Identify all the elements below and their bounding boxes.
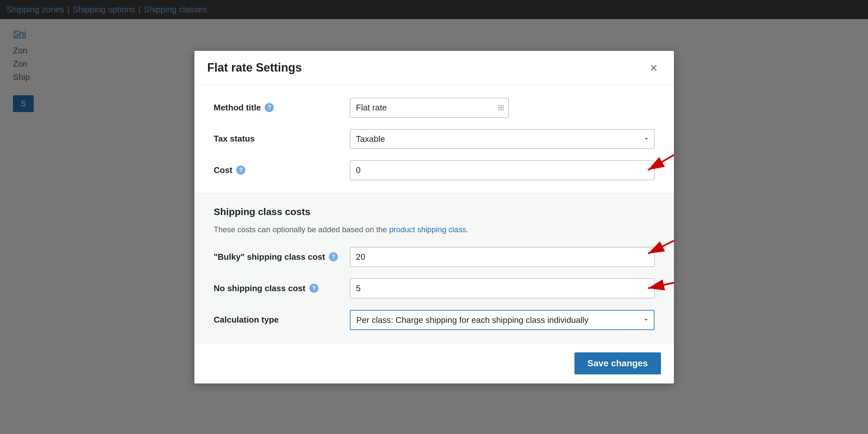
method-title-input-col: ⊞ xyxy=(350,98,509,118)
cost-help-icon[interactable]: ? xyxy=(236,165,245,175)
bulky-cost-input-col xyxy=(350,247,654,267)
modal-footer: Save changes xyxy=(194,343,674,383)
calculation-type-select[interactable]: Per class: Charge shipping for each ship… xyxy=(350,310,654,330)
calculation-type-label: Calculation type xyxy=(214,315,279,325)
no-class-cost-label-col: No shipping class cost ? xyxy=(214,283,350,293)
calculation-type-label-col: Calculation type xyxy=(214,315,350,325)
product-shipping-class-link[interactable]: product shipping class xyxy=(389,225,466,234)
cost-input-col xyxy=(350,160,654,180)
no-class-cost-input-col xyxy=(350,279,654,298)
calculation-type-row: Calculation type Per class: Charge shipp… xyxy=(214,310,654,330)
calculation-type-input-col: Per class: Charge shipping for each ship… xyxy=(350,310,654,330)
tax-status-label-col: Tax status xyxy=(214,134,350,144)
shipping-class-costs-section: Shipping class costs These costs can opt… xyxy=(194,193,674,343)
method-title-input-wrapper: ⊞ xyxy=(350,98,509,118)
bulky-cost-row: "Bulky" shipping class cost ? xyxy=(214,247,654,267)
method-title-input[interactable] xyxy=(350,98,509,118)
bulky-cost-label: "Bulky" shipping class cost xyxy=(214,252,325,262)
method-title-row: Method title ? ⊞ xyxy=(214,98,654,118)
bulky-cost-help-icon[interactable]: ? xyxy=(329,252,338,261)
bulky-cost-input[interactable] xyxy=(350,247,654,267)
no-class-cost-row: No shipping class cost ? xyxy=(214,279,654,298)
form-section-main: Method title ? ⊞ Tax status xyxy=(194,85,674,193)
cost-label: Cost xyxy=(214,165,232,175)
modal-title: Flat rate Settings xyxy=(207,61,302,74)
modal-overlay: Flat rate Settings × Method title ? ⊞ xyxy=(0,0,868,434)
method-title-icon: ⊞ xyxy=(498,103,504,112)
tax-status-input-col: Taxable None xyxy=(350,129,654,149)
method-title-help-icon[interactable]: ? xyxy=(265,103,274,112)
modal-body: Method title ? ⊞ Tax status xyxy=(194,85,674,343)
bulky-cost-label-col: "Bulky" shipping class cost ? xyxy=(214,252,350,262)
tax-status-row: Tax status Taxable None xyxy=(214,129,654,149)
section-desc-suffix: . xyxy=(466,225,468,234)
cost-label-col: Cost ? xyxy=(214,165,350,175)
modal-close-button[interactable]: × xyxy=(647,60,661,75)
no-class-cost-input[interactable] xyxy=(350,279,654,298)
tax-status-label: Tax status xyxy=(214,134,255,144)
shipping-class-costs-desc: These costs can optionally be added base… xyxy=(214,224,654,236)
method-title-label: Method title xyxy=(214,103,261,113)
shipping-class-costs-title: Shipping class costs xyxy=(214,206,654,217)
flat-rate-settings-modal: Flat rate Settings × Method title ? ⊞ xyxy=(194,51,674,383)
no-class-cost-label: No shipping class cost xyxy=(214,283,306,293)
cost-row: Cost ? xyxy=(214,160,654,180)
save-changes-button[interactable]: Save changes xyxy=(575,352,661,374)
no-class-cost-help-icon[interactable]: ? xyxy=(309,284,318,293)
tax-status-select[interactable]: Taxable None xyxy=(350,129,654,149)
method-title-label-col: Method title ? xyxy=(214,103,350,113)
cost-input[interactable] xyxy=(350,160,654,180)
section-desc-prefix: These costs can optionally be added base… xyxy=(214,225,390,234)
modal-header: Flat rate Settings × xyxy=(194,51,674,85)
